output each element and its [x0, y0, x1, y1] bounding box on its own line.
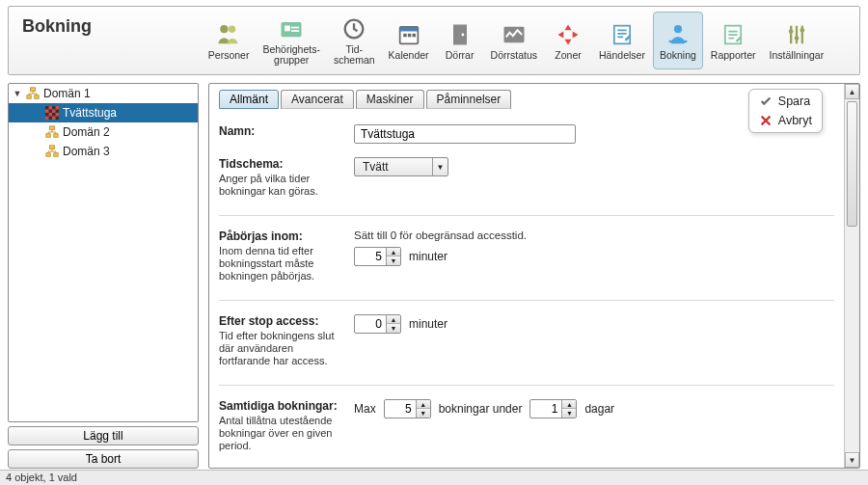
save-button[interactable]: Spara — [755, 94, 816, 109]
row-paborjas: Påbörjas inom: Inom denna tid efter bokn… — [219, 215, 834, 292]
tree-item-label: Domän 2 — [63, 125, 110, 139]
svg-rect-37 — [49, 146, 54, 149]
samtidiga-label: Samtidiga bokningar: — [219, 399, 346, 413]
svg-point-13 — [461, 33, 464, 36]
tool-dorrstatus[interactable]: Dörrstatus — [485, 12, 543, 69]
svg-rect-8 — [399, 26, 418, 31]
svg-rect-17 — [669, 40, 688, 41]
content-panel: ▲ ▼ Allmänt Avancerat Maskiner Påminnels… — [208, 83, 860, 469]
efterstop-spinner[interactable]: ▲▼ — [354, 314, 401, 334]
svg-point-0 — [220, 25, 228, 33]
svg-rect-12 — [453, 24, 467, 44]
svg-rect-2 — [282, 22, 302, 37]
door-icon — [447, 21, 474, 48]
samtidiga-count-input[interactable] — [385, 402, 416, 416]
spin-up-icon[interactable]: ▲ — [417, 400, 430, 409]
tool-dorrar[interactable]: Dörrar — [437, 12, 483, 69]
spin-up-icon[interactable]: ▲ — [387, 315, 400, 324]
name-input[interactable] — [354, 124, 576, 144]
booking-icon — [665, 21, 692, 48]
tool-bokning[interactable]: Bokning — [653, 12, 703, 69]
tool-rapporter[interactable]: Rapporter — [705, 12, 762, 69]
tree-item-tvattstuga[interactable]: Tvättstuga — [9, 103, 198, 122]
paborjas-sub: Inom denna tid efter bokningsstart måste… — [219, 245, 346, 283]
tool-kalender[interactable]: Kalender — [383, 12, 435, 69]
float-actions: Spara Avbryt — [748, 89, 823, 133]
paborjas-unit: minuter — [409, 250, 448, 263]
tidschema-select[interactable]: Tvätt ▼ — [354, 157, 448, 176]
spin-up-icon[interactable]: ▲ — [562, 400, 576, 409]
row-samtidiga: Samtidiga bokningar: Antal tillåtna utes… — [219, 385, 834, 462]
svg-rect-9 — [403, 33, 407, 37]
svg-rect-31 — [52, 113, 56, 117]
tab-avancerat[interactable]: Avancerat — [281, 90, 354, 109]
samtidiga-count-spinner[interactable]: ▲▼ — [384, 399, 431, 418]
tree-item-doman2[interactable]: Domän 2 — [9, 122, 198, 142]
scroll-down-icon[interactable]: ▼ — [845, 452, 859, 468]
paborjas-spinner[interactable]: ▲▼ — [354, 247, 401, 266]
tool-handelser[interactable]: Händelser — [593, 12, 651, 69]
cancel-button[interactable]: Avbryt — [755, 113, 816, 128]
add-button[interactable]: Lägg till — [8, 426, 199, 445]
svg-rect-30 — [45, 113, 49, 117]
tabs: Allmänt Avancerat Maskiner Påminnelser — [219, 90, 834, 109]
svg-rect-3 — [285, 26, 290, 32]
status-bar: 4 objekt, 1 vald — [0, 470, 868, 485]
svg-rect-34 — [49, 126, 54, 130]
svg-rect-22 — [30, 88, 35, 92]
zones-icon — [555, 21, 582, 48]
settings-icon — [783, 21, 810, 48]
samtidiga-sub: Antal tillåtna utestående bokningar över… — [219, 415, 346, 452]
tool-installningar[interactable]: Inställningar — [764, 12, 830, 69]
efterstop-sub: Tid efter bokningens slut där användaren… — [219, 330, 346, 367]
scroll-up-icon[interactable]: ▲ — [845, 84, 859, 99]
paborjas-hint: Sätt till 0 för obegränsad accesstid. — [354, 229, 527, 241]
close-icon — [759, 114, 773, 127]
tool-behorighetsgrupper[interactable]: Behörighets- grupper — [257, 12, 326, 69]
spin-down-icon[interactable]: ▼ — [387, 256, 400, 265]
svg-point-21 — [800, 28, 804, 33]
row-tidschema: Tidschema: Anger på vilka tider bokninga… — [219, 153, 834, 207]
scrollbar[interactable]: ▲ ▼ — [844, 84, 859, 468]
chevron-down-icon[interactable]: ▼ — [13, 89, 22, 98]
efterstop-input[interactable] — [355, 317, 386, 331]
reports-icon — [719, 21, 746, 48]
tab-allmant[interactable]: Allmänt — [219, 90, 279, 109]
id-card-icon — [278, 15, 305, 42]
people-icon — [215, 21, 242, 48]
toolbar: Personer Behörighets- grupper Tid- schem… — [180, 9, 852, 72]
tree-item-doman3[interactable]: Domän 3 — [9, 142, 198, 161]
svg-rect-29 — [56, 110, 60, 114]
efterstop-label: Efter stop access: — [219, 314, 346, 328]
svg-point-16 — [674, 25, 682, 33]
tab-maskiner[interactable]: Maskiner — [356, 90, 424, 109]
calendar-icon — [395, 21, 422, 48]
paborjas-input[interactable] — [355, 250, 386, 263]
tab-paminnelser[interactable]: Påminnelser — [426, 90, 512, 109]
svg-rect-39 — [54, 153, 58, 157]
topbar: Bokning Personer Behörighets- grupper Ti… — [8, 6, 860, 75]
tree-root[interactable]: ▼ Domän 1 — [9, 84, 198, 103]
spin-up-icon[interactable]: ▲ — [387, 248, 400, 256]
svg-rect-26 — [45, 106, 49, 110]
spin-down-icon[interactable]: ▼ — [562, 409, 576, 418]
svg-rect-10 — [407, 33, 411, 37]
tool-tidscheman[interactable]: Tid- scheman — [328, 12, 381, 69]
samtidiga-days-input[interactable] — [530, 402, 561, 416]
scroll-thumb[interactable] — [847, 101, 857, 227]
spin-down-icon[interactable]: ▼ — [417, 409, 430, 418]
tree-root-label: Domän 1 — [43, 87, 91, 100]
paborjas-label: Påbörjas inom: — [219, 229, 346, 243]
svg-rect-33 — [56, 117, 60, 121]
samtidiga-days-spinner[interactable]: ▲▼ — [529, 399, 577, 418]
page-title: Bokning — [16, 9, 180, 72]
svg-rect-35 — [46, 134, 50, 138]
spin-down-icon[interactable]: ▼ — [387, 324, 400, 333]
svg-rect-27 — [52, 106, 56, 110]
remove-button[interactable]: Ta bort — [8, 449, 199, 469]
svg-point-20 — [795, 36, 800, 40]
tool-personer[interactable]: Personer — [203, 12, 256, 69]
tool-zoner[interactable]: Zoner — [545, 12, 591, 69]
tree[interactable]: ▼ Domän 1 Tvättstuga Domän 2 Domän 3 — [8, 83, 199, 422]
tree-item-label: Tvättstuga — [63, 106, 117, 120]
